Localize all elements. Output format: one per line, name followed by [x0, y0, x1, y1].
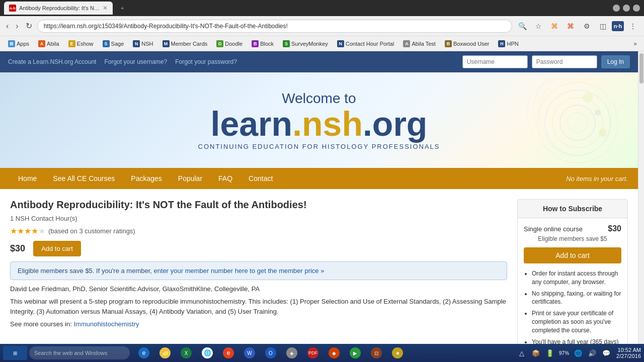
member-link[interactable]: enter your member number here to get the… — [154, 267, 325, 275]
address-icons: 🔍 ☆ ⌘ ⌘ ⚙ ◫ n·h ⋮ — [515, 19, 640, 33]
minimize-button[interactable]: ─ — [613, 5, 620, 12]
forgot-username-link[interactable]: Forgot your username? — [104, 58, 167, 65]
taskbar-up-arrow[interactable]: △ — [516, 347, 528, 359]
username-input[interactable] — [462, 55, 528, 68]
sage-favicon: S — [103, 40, 110, 47]
settings-icon[interactable]: ⚙ — [580, 19, 594, 33]
bookmark-eshow[interactable]: E Eshow — [64, 39, 98, 49]
nsh-favicon: N — [133, 40, 140, 47]
star-2: ★ — [17, 226, 24, 236]
see-more-link[interactable]: Immunohistochemistry — [73, 320, 139, 328]
taskbar-word[interactable]: W — [239, 345, 260, 361]
bookmark-block[interactable]: B Block — [248, 39, 278, 49]
subscribe-add-cart-button[interactable]: Add to cart — [524, 247, 621, 263]
nav-contact[interactable]: Contact — [240, 168, 281, 189]
taskbar-app12[interactable]: ★ — [387, 345, 408, 361]
bookmark-doodle[interactable]: D Doodle — [212, 39, 247, 49]
start-button[interactable]: ⊞ — [3, 346, 27, 360]
taskbar-battery-icon[interactable]: 🔋 — [544, 347, 556, 359]
back-button[interactable]: ‹ — [4, 20, 11, 33]
nav-popular[interactable]: Popular — [170, 168, 210, 189]
search-icon[interactable]: 🔍 — [515, 19, 529, 33]
user-icon[interactable]: n·h — [612, 21, 624, 31]
menu-icon[interactable]: ⋮ — [626, 19, 640, 33]
taskbar-notification[interactable]: 💬 — [600, 347, 612, 359]
rss-icon2[interactable]: ⌘ — [564, 19, 578, 33]
nav-packages[interactable]: Packages — [123, 168, 170, 189]
forward-button[interactable]: › — [14, 20, 20, 33]
bookmark-sage[interactable]: S Sage — [99, 39, 128, 49]
hero-org-part: org — [372, 105, 428, 143]
more-bookmarks-button[interactable]: » — [630, 39, 640, 49]
close-button[interactable]: ✕ — [633, 5, 640, 12]
taskbar-dropbox[interactable]: 📦 — [530, 347, 542, 359]
rss-icon[interactable]: ⌘ — [547, 19, 561, 33]
taskbar-outlook[interactable]: O — [261, 345, 281, 361]
benefit-1: Order for instant access through any com… — [532, 269, 621, 287]
forgot-password-link[interactable]: Forgot your password? — [175, 58, 237, 65]
bookmark-icon[interactable]: ☆ — [531, 19, 545, 33]
svg-point-1 — [545, 90, 610, 155]
add-to-cart-button[interactable]: Add to cart — [33, 241, 81, 256]
nav-faq[interactable]: FAQ — [210, 168, 240, 189]
eshow-favicon: E — [68, 40, 75, 47]
block-favicon: B — [252, 40, 259, 47]
taskbar-app11[interactable]: ⊡ — [366, 345, 386, 361]
right-sidebar: How to Subscribe Single online course $3… — [517, 199, 628, 362]
taskbar-chrome[interactable]: 🌐 — [197, 345, 217, 361]
tab-close-button[interactable]: ✕ — [103, 5, 108, 12]
taskbar-right: △ 📦 🔋 97% 🌐 🔊 💬 10:52 AM 2/27/2016 — [516, 347, 641, 359]
taskbar-battery-text: 97% — [558, 347, 570, 359]
login-button[interactable]: Log In — [601, 55, 630, 68]
bookmark-apps[interactable]: ⊞ Apps — [4, 39, 33, 49]
taskbar-app7[interactable]: ◈ — [282, 345, 302, 361]
app12-icon: ★ — [392, 347, 403, 358]
taskbar-browser2[interactable]: e — [218, 345, 238, 361]
taskbar-ie[interactable]: e — [134, 345, 154, 361]
ratings-row: ★ ★ ★ ★ ★ (based on 3 customer ratings) — [10, 226, 507, 236]
bookmark-hpn[interactable]: H HPN — [494, 39, 522, 49]
tabs-container: n·h Antibody Reproducibility: It's NO...… — [4, 2, 131, 15]
url-input[interactable] — [37, 20, 512, 33]
member-notice-text: Eligible members save $5. If you're a me… — [18, 267, 152, 275]
nav-home[interactable]: Home — [10, 168, 45, 189]
window-controls: ─ □ ✕ — [613, 5, 640, 12]
password-input[interactable] — [532, 55, 597, 68]
svg-point-0 — [537, 82, 618, 163]
see-more-text: See more courses in: — [10, 320, 72, 328]
taskbar-volume[interactable]: 🔊 — [586, 347, 598, 359]
hero-subtitle: CONTINUING EDUCATION FOR HISTOLOGY PROFE… — [198, 143, 440, 150]
taskbar-app9[interactable]: ◆ — [324, 345, 344, 361]
create-account-link[interactable]: Create a Learn.NSH.org Account — [8, 58, 96, 65]
new-tab-button[interactable]: + — [116, 2, 131, 15]
bookmark-abila[interactable]: A Abila — [34, 39, 63, 49]
reload-button[interactable]: ↻ — [24, 19, 34, 33]
star-5: ★ — [38, 226, 45, 236]
bookmark-nsh[interactable]: N NSH — [129, 39, 157, 49]
taskbar-pdf[interactable]: PDF — [303, 345, 323, 361]
active-tab[interactable]: n·h Antibody Reproducibility: It's NO...… — [4, 2, 113, 15]
left-content: Antibody Reproducibility: It's NOT the F… — [10, 199, 507, 362]
course-description: This webinar will present a 5-step progr… — [10, 297, 507, 316]
bookmark-boxwood-user[interactable]: B Boxwood User — [441, 39, 494, 49]
extensions-icon[interactable]: ◫ — [596, 19, 610, 33]
bookmark-member-cards[interactable]: M Member Cards — [158, 39, 212, 49]
svg-point-5 — [583, 93, 593, 103]
scrollbar[interactable] — [638, 51, 644, 362]
chrome-icon: 🌐 — [202, 347, 213, 358]
bookmark-contact-hour-portal[interactable]: N Contact Hour Portal — [333, 39, 398, 49]
maximize-button[interactable]: □ — [623, 5, 630, 12]
login-bar: Create a Learn.NSH.org Account Forgot yo… — [0, 51, 638, 72]
bookmark-surveymonkey[interactable]: S SurveyMonkey — [279, 39, 332, 49]
nav-see-all-ce[interactable]: See All CE Courses — [45, 168, 123, 189]
bookmark-abila-test[interactable]: A Abila Test — [399, 39, 440, 49]
taskbar-app10[interactable]: ▶ — [345, 345, 365, 361]
taskbar-search-input[interactable] — [29, 346, 130, 359]
member-notice: Eligible members save $5. If you're a me… — [10, 261, 507, 280]
login-form: Log In — [462, 55, 630, 68]
taskbar-network[interactable]: 🌐 — [572, 347, 584, 359]
taskbar-excel[interactable]: X — [176, 345, 196, 361]
scroll-thumb[interactable] — [639, 53, 643, 83]
course-type: Single online course — [524, 225, 583, 233]
taskbar-file-explorer[interactable]: 📁 — [155, 345, 175, 361]
